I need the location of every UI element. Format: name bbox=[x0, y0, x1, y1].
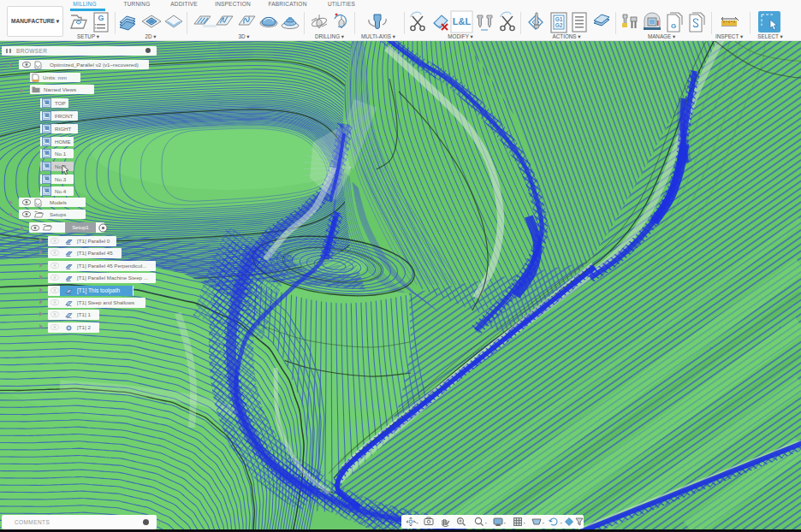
svg-text:G: G bbox=[671, 22, 676, 30]
svg-text:G: G bbox=[98, 14, 104, 22]
svg-text:G2: G2 bbox=[555, 22, 563, 28]
svg-text:G1: G1 bbox=[555, 16, 563, 22]
svg-text:L&L: L&L bbox=[453, 16, 472, 27]
